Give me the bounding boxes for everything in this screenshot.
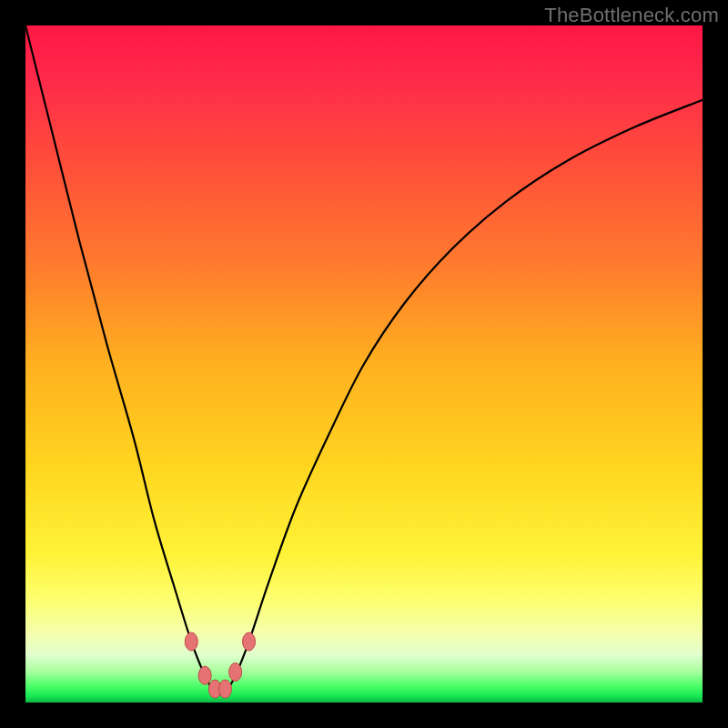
data-marker: [185, 632, 197, 651]
data-marker: [243, 632, 256, 651]
data-marker: [218, 680, 231, 698]
bottleneck-chart: [25, 25, 703, 703]
watermark-text: TheBottleneck.com: [544, 4, 719, 27]
data-marker: [229, 663, 242, 682]
chart-frame: [25, 25, 703, 703]
data-marker: [198, 666, 211, 684]
